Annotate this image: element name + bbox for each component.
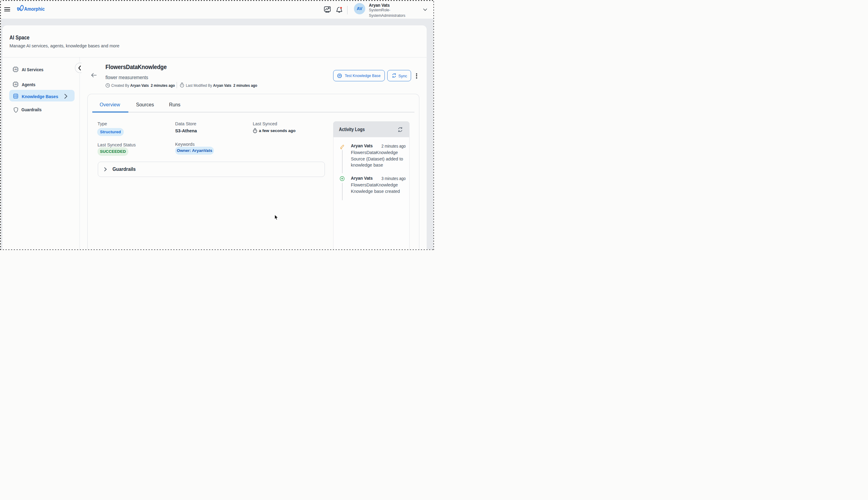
svg-text:AI: AI (14, 83, 17, 86)
svg-text:AI: AI (338, 75, 341, 77)
svg-text:AI: AI (14, 68, 17, 71)
